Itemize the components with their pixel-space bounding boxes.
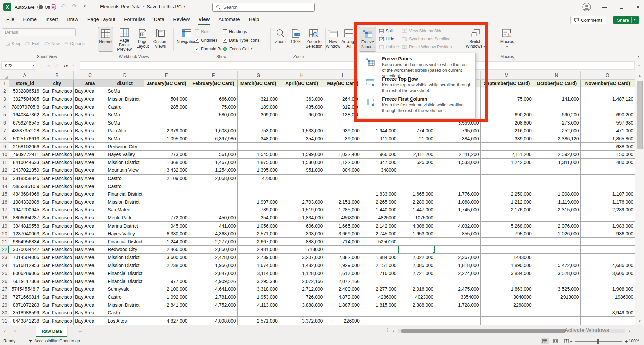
- page-layout-button[interactable]: Page Layout: [135, 27, 150, 52]
- cell-F31[interactable]: 4,098,000: [189, 317, 237, 325]
- cell-C13[interactable]: Bay Area: [74, 174, 106, 182]
- cell-K16[interactable]: 2,280,000: [398, 198, 435, 206]
- cell-K12[interactable]: [398, 166, 435, 175]
- expand-formula-bar-chevron-icon[interactable]: ▾: [636, 61, 642, 70]
- cell-E31[interactable]: 4,827,000: [144, 317, 189, 325]
- row-header-23[interactable]: 23: [0, 253, 9, 261]
- cell-G11[interactable]: 1,875,000: [237, 158, 279, 166]
- cell-H26[interactable]: 2,072,166: [279, 277, 324, 285]
- cell-A3[interactable]: 3927504985: [9, 95, 41, 103]
- ribbon-tab-insert[interactable]: Insert: [41, 14, 62, 26]
- horizontal-scroll-thumb[interactable]: [401, 329, 566, 333]
- cell-E11[interactable]: 1,368,000: [144, 158, 189, 166]
- cell-D15[interactable]: Financial District: [106, 190, 144, 198]
- cell-I29[interactable]: 1,887,000: [324, 301, 361, 309]
- navigation-button[interactable]: Navigation: [177, 27, 196, 52]
- ribbon-tab-data[interactable]: Data: [149, 14, 169, 26]
- cell-I1[interactable]: May(BC Card): [324, 79, 361, 87]
- cell-M11[interactable]: 1,242,000: [480, 158, 533, 166]
- prev-sheet-arrow-icon[interactable]: ‹: [4, 325, 6, 337]
- ribbon-tab-help[interactable]: Help: [245, 14, 264, 26]
- row-header-5[interactable]: 5: [0, 111, 9, 119]
- cell-D18[interactable]: Menlo Park: [106, 214, 144, 222]
- cell-K29[interactable]: 2,388,000: [398, 301, 435, 309]
- cell-M31[interactable]: [480, 317, 533, 325]
- zoom-in-button[interactable]: +: [625, 338, 628, 344]
- ribbon-tab-formulas[interactable]: Formulas: [120, 14, 150, 26]
- cell-O1[interactable]: November(BC Card): [580, 79, 635, 87]
- cell-C26[interactable]: Bay Area: [74, 277, 106, 285]
- cell-C3[interactable]: Bay Area: [74, 95, 106, 103]
- cell-F1[interactable]: February(BC Card): [189, 79, 237, 87]
- cell-H7[interactable]: 1,533,000: [279, 127, 324, 135]
- cell-H3[interactable]: 363,000: [279, 95, 324, 103]
- cell-D19[interactable]: Marina District: [106, 222, 144, 230]
- zoom-out-button[interactable]: −: [570, 338, 573, 344]
- cell-J27[interactable]: 2,277,000: [361, 285, 398, 293]
- cell-A27[interactable]: 574545548.7: [9, 285, 41, 293]
- row-header-31[interactable]: 31: [0, 317, 9, 325]
- cell-H12[interactable]: 951,000: [279, 166, 324, 175]
- cell-H13[interactable]: [279, 174, 324, 182]
- cell-O20[interactable]: 936,000: [580, 230, 635, 238]
- cell-M24[interactable]: 1,890,000: [480, 261, 533, 269]
- cell-D8[interactable]: SoMa: [106, 135, 144, 143]
- cell-N18[interactable]: [533, 214, 580, 222]
- zoom-button[interactable]: Zoom: [273, 27, 288, 52]
- cell-F19[interactable]: 441,000: [189, 222, 237, 230]
- cell-C19[interactable]: Bay Area: [74, 222, 106, 230]
- cell-C22[interactable]: Bay Area: [74, 246, 106, 254]
- cell-D29[interactable]: Mission District: [106, 301, 144, 309]
- cell-D12[interactable]: Mountain View: [106, 166, 144, 175]
- cell-E21[interactable]: 1,244,000: [144, 238, 189, 246]
- cell-M8[interactable]: 339,000: [480, 135, 533, 143]
- select-all-corner[interactable]: [0, 71, 9, 80]
- cell-I23[interactable]: 2,382,000: [324, 253, 361, 261]
- cell-A22[interactable]: 3070034442: [9, 246, 41, 254]
- cell-I15[interactable]: [324, 190, 361, 198]
- cell-I24[interactable]: 1,929,000: [324, 261, 361, 269]
- cell-C29[interactable]: Bay Area: [74, 301, 106, 309]
- cell-E19[interactable]: 945,000: [144, 222, 189, 230]
- cell-A2[interactable]: 5032806516: [9, 87, 41, 95]
- cell-A5[interactable]: 1640847362: [9, 111, 41, 119]
- cell-N23[interactable]: [533, 253, 580, 261]
- cell-L12[interactable]: [435, 166, 481, 175]
- customize-toolbar-chevron-icon[interactable]: ▾: [84, 4, 86, 8]
- cell-G4[interactable]: 189,000: [237, 103, 279, 111]
- cell-D17[interactable]: San Mateo: [106, 206, 144, 214]
- focus-cell-button[interactable]: Focus Cell ▾: [223, 46, 252, 52]
- cell-N25[interactable]: 3,528,000: [533, 269, 580, 277]
- cell-L6[interactable]: 3,539,000: [435, 119, 481, 127]
- cell-K27[interactable]: 2,916,000: [398, 285, 435, 293]
- cell-G15[interactable]: [237, 190, 279, 198]
- cell-K10[interactable]: 2,111,200: [398, 150, 435, 158]
- cell-F9[interactable]: [189, 143, 237, 151]
- cell-O23[interactable]: [580, 253, 635, 261]
- cell-N17[interactable]: 2,315,000: [533, 206, 580, 214]
- cell-A13[interactable]: 3818358846: [9, 174, 41, 182]
- cell-C11[interactable]: Bay Area: [74, 158, 106, 166]
- cell-C6[interactable]: Bay Area: [74, 119, 106, 127]
- cell-N26[interactable]: [533, 277, 580, 285]
- cell-C10[interactable]: Bay Area: [74, 150, 106, 158]
- cell-L19[interactable]: 4,032,000: [435, 222, 481, 230]
- cell-H20[interactable]: 303,000: [279, 230, 324, 238]
- cell-A30[interactable]: 3518988599: [9, 309, 41, 317]
- cell-O13[interactable]: [580, 174, 635, 182]
- cell-A8[interactable]: 5025176613: [9, 135, 41, 143]
- cell-J18[interactable]: 4825000: [361, 214, 398, 222]
- cell-M20[interactable]: 795,000: [480, 230, 533, 238]
- column-header-B[interactable]: B: [41, 71, 73, 80]
- cell-C30[interactable]: Bay Area: [74, 309, 106, 317]
- cell-D24[interactable]: Mission District: [106, 261, 144, 269]
- cell-F17[interactable]: [189, 206, 237, 214]
- cell-E24[interactable]: 2,238,000: [144, 261, 189, 269]
- cell-F18[interactable]: 450,000: [189, 214, 237, 222]
- cell-F16[interactable]: [189, 198, 237, 206]
- cell-C20[interactable]: Bay Area: [74, 230, 106, 238]
- row-header-22[interactable]: 22: [0, 246, 9, 254]
- cell-C27[interactable]: Bay Area: [74, 285, 106, 293]
- cell-C25[interactable]: Bay Area: [74, 269, 106, 277]
- cell-A23[interactable]: 7014504006: [9, 253, 41, 261]
